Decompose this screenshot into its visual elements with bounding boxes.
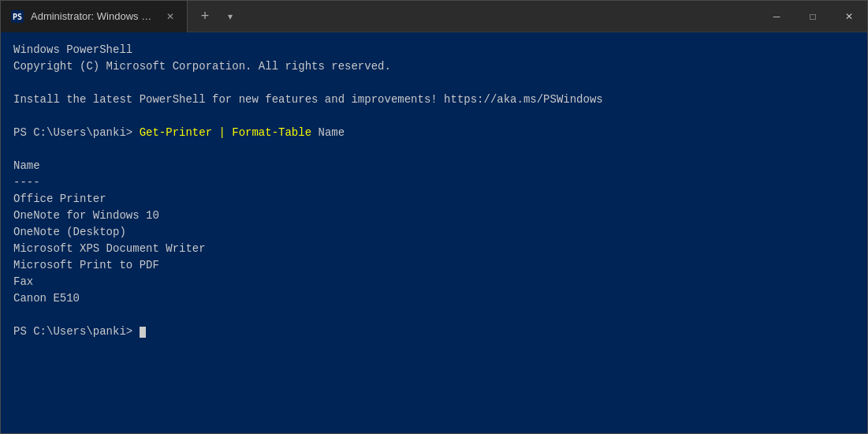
svg-text:PS: PS bbox=[13, 13, 22, 21]
window-controls: ─ □ ✕ bbox=[758, 1, 867, 32]
printer-item: OneNote (Desktop) bbox=[13, 224, 855, 241]
minimize-button[interactable]: ─ bbox=[758, 1, 795, 32]
command-args: Name bbox=[311, 126, 345, 139]
printer-item: Office Printer bbox=[13, 191, 855, 208]
tab-dropdown-button[interactable]: ▾ bbox=[219, 6, 241, 28]
titlebar-buttons: + ▾ bbox=[188, 6, 248, 28]
active-tab[interactable]: PS Administrator: Windows Powe ✕ bbox=[1, 1, 188, 32]
terminal-area[interactable]: Windows PowerShell Copyright (C) Microso… bbox=[1, 32, 867, 433]
printer-item: Microsoft XPS Document Writer bbox=[13, 241, 855, 257]
powershell-icon: PS bbox=[10, 9, 24, 24]
terminal-line-empty bbox=[13, 108, 855, 125]
prompt-text: PS C:\Users\panki> bbox=[13, 126, 140, 139]
tab-close-button[interactable]: ✕ bbox=[163, 9, 177, 24]
table-separator: ---- bbox=[13, 174, 855, 191]
close-button[interactable]: ✕ bbox=[831, 1, 867, 32]
titlebar-left: PS Administrator: Windows Powe ✕ + ▾ bbox=[1, 1, 758, 32]
printer-item: OneNote for Windows 10 bbox=[13, 208, 855, 224]
terminal-line: Install the latest PowerShell for new fe… bbox=[13, 92, 855, 108]
table-header: Name bbox=[13, 158, 855, 174]
window: PS Administrator: Windows Powe ✕ + ▾ ─ □… bbox=[0, 0, 868, 434]
terminal-line-empty bbox=[13, 75, 855, 92]
tab-title: Administrator: Windows Powe bbox=[31, 10, 157, 22]
terminal-line-empty bbox=[13, 307, 855, 324]
titlebar: PS Administrator: Windows Powe ✕ + ▾ ─ □… bbox=[1, 1, 867, 32]
terminal-line-empty bbox=[13, 141, 855, 158]
terminal-prompt-active: PS C:\Users\panki> bbox=[13, 324, 855, 340]
printer-item: Microsoft Print to PDF bbox=[13, 257, 855, 274]
terminal-line: Copyright (C) Microsoft Corporation. All… bbox=[13, 58, 855, 75]
terminal-line: Windows PowerShell bbox=[13, 42, 855, 58]
new-tab-button[interactable]: + bbox=[194, 6, 216, 28]
terminal-prompt-line: PS C:\Users\panki> Get-Printer | Format-… bbox=[13, 125, 855, 141]
cursor bbox=[140, 327, 146, 338]
printer-item: Fax bbox=[13, 274, 855, 290]
prompt-active-text: PS C:\Users\panki> bbox=[13, 325, 140, 338]
command-text: Get-Printer | Format-Table bbox=[140, 126, 311, 139]
printer-item: Canon E510 bbox=[13, 290, 855, 307]
maximize-button[interactable]: □ bbox=[795, 1, 831, 32]
